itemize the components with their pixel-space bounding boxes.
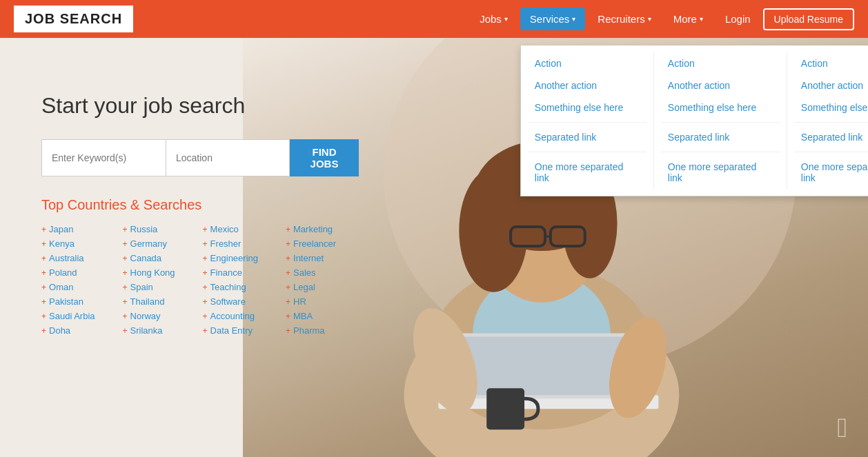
- link-pakistan[interactable]: Pakistan: [41, 296, 95, 307]
- search-form: FIND JOBS: [41, 139, 359, 176]
- login-nav-link[interactable]: Login: [716, 8, 760, 30]
- svg-rect-14: [486, 388, 524, 429]
- find-jobs-button[interactable]: FIND JOBS: [290, 139, 359, 176]
- link-srilanka[interactable]: Srilanka: [123, 325, 175, 336]
- services-dropdown: Action Another action Something else her…: [520, 45, 868, 196]
- link-pharma[interactable]: Pharma: [286, 325, 336, 336]
- jobs-nav-link[interactable]: Jobs ▾: [470, 8, 517, 30]
- location-search-input[interactable]: [166, 139, 290, 176]
- link-mexico[interactable]: Mexico: [203, 224, 258, 234]
- keyword-search-input[interactable]: [41, 139, 166, 176]
- link-internet[interactable]: Internet: [286, 253, 336, 263]
- dropdown-divider-2: [528, 152, 647, 152]
- countries-col-4: Marketing Freelancer Internet Sales Lega…: [286, 224, 336, 336]
- recruiters-nav-link[interactable]: Recruiters ▾: [588, 8, 660, 30]
- brand-logo[interactable]: JOB SEARCH: [14, 6, 133, 32]
- recruiters-caret-icon: ▾: [648, 15, 651, 23]
- services-col1-another-action[interactable]: Another action: [528, 74, 647, 97]
- top-countries-section: Top Countries & Searches Japan Kenya Aus…: [41, 197, 359, 336]
- link-poland[interactable]: Poland: [41, 267, 95, 278]
- link-finance[interactable]: Finance: [203, 267, 258, 278]
- link-australia[interactable]: Australia: [41, 253, 95, 263]
- link-doha[interactable]: Doha: [41, 325, 95, 336]
- link-accounting[interactable]: Accounting: [203, 311, 258, 321]
- nav-item-recruiters: Recruiters ▾: [588, 8, 660, 30]
- apple-logo-icon: : [837, 412, 847, 443]
- dropdown-divider-4: [661, 152, 780, 152]
- link-thailand[interactable]: Thailand: [123, 296, 175, 307]
- hero-content: Start your job search FIND JOBS Top Coun…: [0, 38, 400, 363]
- link-data-entry[interactable]: Data Entry: [203, 325, 258, 336]
- link-spain[interactable]: Spain: [123, 282, 175, 292]
- link-hong-kong[interactable]: Hong Kong: [123, 267, 175, 278]
- link-hr[interactable]: HR: [286, 296, 336, 307]
- dropdown-divider-5: [794, 122, 868, 123]
- link-fresher[interactable]: Fresher: [203, 238, 258, 249]
- dropdown-divider-6: [794, 152, 868, 152]
- upload-resume-button[interactable]: Upload Resume: [763, 8, 854, 30]
- dropdown-divider-1: [528, 122, 647, 123]
- dropdown-col-2: Action Another action Something else her…: [654, 52, 787, 189]
- link-engineering[interactable]: Engineering: [203, 253, 258, 263]
- services-caret-icon: ▾: [572, 15, 575, 23]
- more-caret-icon: ▾: [700, 15, 703, 23]
- services-col3-something-else[interactable]: Something else here: [794, 97, 868, 119]
- services-col1-one-more[interactable]: One more separated link: [528, 156, 647, 189]
- link-norway[interactable]: Norway: [123, 311, 175, 321]
- jobs-caret-icon: ▾: [504, 15, 508, 23]
- services-col1-something-else[interactable]: Something else here: [528, 97, 647, 119]
- nav-menu: Jobs ▾ Services ▾ Action Another action …: [470, 8, 854, 30]
- link-software[interactable]: Software: [203, 296, 258, 307]
- hero-title: Start your job search: [41, 93, 359, 119]
- link-freelancer[interactable]: Freelancer: [286, 238, 336, 249]
- top-countries-heading: Top Countries & Searches: [41, 197, 359, 213]
- nav-item-services: Services ▾ Action Another action Somethi…: [520, 8, 586, 30]
- nav-item-more: More ▾: [664, 8, 713, 30]
- dropdown-divider-3: [661, 122, 780, 123]
- services-col2-action[interactable]: Action: [661, 52, 780, 74]
- link-oman[interactable]: Oman: [41, 282, 95, 292]
- countries-col-3: Mexico Fresher Engineering Finance Teach…: [203, 224, 258, 336]
- services-col3-action[interactable]: Action: [794, 52, 868, 74]
- services-col3-one-more[interactable]: One more separated link: [794, 156, 868, 189]
- svg-point-6: [460, 168, 529, 292]
- services-col2-something-else[interactable]: Something else here: [661, 97, 780, 119]
- countries-grid: Japan Kenya Australia Poland Oman Pakist…: [41, 224, 359, 336]
- services-col2-one-more[interactable]: One more separated link: [661, 156, 780, 189]
- services-col2-separated-link[interactable]: Separated link: [661, 126, 780, 148]
- services-col2-another-action[interactable]: Another action: [661, 74, 780, 97]
- link-saudi-arbia[interactable]: Saudi Arbia: [41, 311, 95, 321]
- navbar: JOB SEARCH Jobs ▾ Services ▾ Action Anot…: [0, 0, 868, 38]
- link-mba[interactable]: MBA: [286, 311, 336, 321]
- link-legal[interactable]: Legal: [286, 282, 336, 292]
- services-col3-another-action[interactable]: Another action: [794, 74, 868, 97]
- services-nav-link[interactable]: Services ▾: [520, 8, 586, 30]
- services-col3-separated-link[interactable]: Separated link: [794, 126, 868, 148]
- more-nav-link[interactable]: More ▾: [664, 8, 713, 30]
- link-sales[interactable]: Sales: [286, 267, 336, 278]
- link-japan[interactable]: Japan: [41, 224, 95, 234]
- link-germany[interactable]: Germany: [123, 238, 175, 249]
- dropdown-col-1: Action Another action Something else her…: [521, 52, 654, 189]
- dropdown-col-3: Action Another action Something else her…: [787, 52, 868, 189]
- countries-col-1: Japan Kenya Australia Poland Oman Pakist…: [41, 224, 95, 336]
- link-marketing[interactable]: Marketing: [286, 224, 336, 234]
- link-russia[interactable]: Russia: [123, 224, 175, 234]
- link-kenya[interactable]: Kenya: [41, 238, 95, 249]
- services-col1-separated-link[interactable]: Separated link: [528, 126, 647, 148]
- nav-item-jobs: Jobs ▾: [470, 8, 517, 30]
- countries-col-2: Russia Germany Canada Hong Kong Spain Th…: [123, 224, 175, 336]
- link-teaching[interactable]: Teaching: [203, 282, 258, 292]
- link-canada[interactable]: Canada: [123, 253, 175, 263]
- services-col1-action[interactable]: Action: [528, 52, 647, 74]
